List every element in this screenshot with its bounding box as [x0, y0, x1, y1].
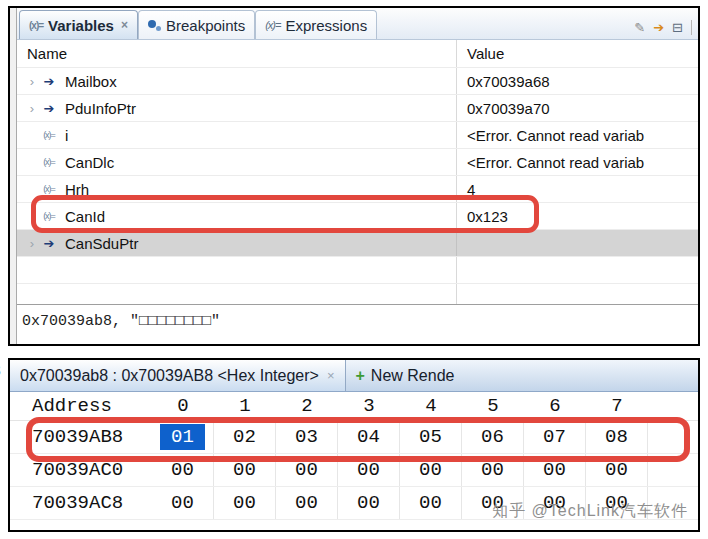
chevron-right-icon[interactable]: › — [25, 236, 39, 251]
column-header-0: 0 — [152, 392, 214, 420]
column-header-7: 7 — [586, 392, 648, 420]
variables-view-panel: (x)= Variables × Breakpoints (x)= Expres… — [8, 6, 700, 346]
tab-variables[interactable]: (x)= Variables × — [19, 10, 138, 39]
column-header-name[interactable]: Name — [17, 40, 457, 67]
variable-value: <Error. Cannot read variab — [457, 127, 698, 144]
tab-breakpoints-label: Breakpoints — [166, 17, 245, 34]
breakpoints-icon — [148, 19, 161, 32]
memory-row[interactable]: 70039AB8 01 02 03 04 05 06 07 08 — [10, 421, 698, 454]
scalar-variable-icon: (x)= — [39, 211, 59, 221]
memory-cell[interactable]: 00 — [152, 487, 214, 519]
memory-table-header: Address 0 1 2 3 4 5 6 7 — [10, 392, 698, 421]
memory-cell[interactable]: 00 — [214, 454, 276, 486]
memory-cell[interactable]: 00 — [338, 487, 400, 519]
column-header-value[interactable]: Value — [457, 45, 698, 62]
column-header-5: 5 — [462, 392, 524, 420]
memory-cell[interactable]: 00 — [400, 487, 462, 519]
variable-name: CanSduPtr — [65, 235, 138, 252]
chevron-right-icon[interactable]: › — [25, 74, 39, 89]
memory-cell[interactable]: 00 — [586, 454, 648, 486]
variable-value: 0x70039a68 — [457, 73, 698, 90]
table-row-i[interactable]: (x)= i <Error. Cannot read variab — [17, 121, 698, 148]
scalar-variable-icon: (x)= — [39, 130, 59, 140]
column-header-6: 6 — [524, 392, 586, 420]
memory-cell[interactable]: 00 — [152, 454, 214, 486]
memory-cell[interactable]: 00 — [276, 454, 338, 486]
pointer-icon: ➔ — [39, 236, 59, 251]
memory-address: 70039AC0 — [10, 459, 152, 481]
memory-cell[interactable]: 04 — [338, 421, 400, 453]
column-header-3: 3 — [338, 392, 400, 420]
close-icon[interactable]: × — [327, 368, 335, 383]
table-row-hrh[interactable]: (x)= Hrh 4 — [17, 175, 698, 202]
tab-memory-rendering[interactable]: 0x70039ab8 : 0x70039AB8 <Hex Integer> × — [10, 360, 346, 391]
panel-edge-strip — [10, 8, 17, 344]
show-type-names-icon[interactable]: ✎ — [634, 20, 645, 35]
variable-name: PduInfoPtr — [65, 100, 136, 117]
clipped-text-fragment: 8 — [0, 362, 8, 384]
variable-value: 0x123 — [457, 208, 698, 225]
column-header-1: 1 — [214, 392, 276, 420]
variable-value: 4 — [457, 181, 698, 198]
variable-name: Mailbox — [65, 73, 117, 90]
variable-value: <Error. Cannot read variab — [457, 154, 698, 171]
memory-cell-selected[interactable]: 01 — [160, 424, 205, 450]
table-row-mailbox[interactable]: › ➔ Mailbox 0x70039a68 — [17, 67, 698, 94]
variables-icon: (x)= — [29, 20, 43, 31]
memory-cell[interactable]: 03 — [276, 421, 338, 453]
memory-cell[interactable]: 06 — [462, 421, 524, 453]
pointer-icon: ➔ — [39, 101, 59, 116]
variable-name: Hrh — [65, 181, 89, 198]
column-header-2: 2 — [276, 392, 338, 420]
table-row-cansduptr[interactable]: › ➔ CanSduPtr — [17, 229, 698, 256]
variables-tab-bar: (x)= Variables × Breakpoints (x)= Expres… — [17, 8, 698, 40]
tab-new-renderings[interactable]: + New Rende — [346, 360, 465, 391]
memory-cell[interactable]: 00 — [524, 454, 586, 486]
chevron-right-icon[interactable]: › — [25, 101, 39, 116]
variables-table: Name Value › ➔ Mailbox 0x70039a68 › ➔ Pd… — [17, 40, 698, 344]
toolbar-separator — [691, 20, 692, 35]
memory-cell[interactable]: 05 — [400, 421, 462, 453]
scalar-variable-icon: (x)= — [39, 157, 59, 167]
new-renderings-label: New Rende — [371, 367, 455, 385]
memory-cell[interactable]: 00 — [462, 454, 524, 486]
column-header-4: 4 — [400, 392, 462, 420]
empty-row — [17, 283, 698, 304]
expressions-icon: (x)= — [265, 19, 280, 31]
variable-detail-pane[interactable]: 0x70039ab8, "□□□□□□□□" — [17, 304, 698, 337]
memory-view-panel: 0x70039ab8 : 0x70039AB8 <Hex Integer> × … — [8, 358, 700, 532]
close-icon[interactable]: × — [121, 18, 128, 32]
memory-row[interactable]: 70039AC0 00 00 00 00 00 00 00 00 — [10, 454, 698, 487]
memory-cell[interactable]: 00 — [400, 454, 462, 486]
memory-cell[interactable]: 00 — [338, 454, 400, 486]
table-row-pduinfoptr[interactable]: › ➔ PduInfoPtr 0x70039a70 — [17, 94, 698, 121]
pointer-icon: ➔ — [39, 74, 59, 89]
variable-name: i — [65, 127, 68, 144]
table-row-candlc[interactable]: (x)= CanDlc <Error. Cannot read variab — [17, 148, 698, 175]
tab-expressions-label: Expressions — [285, 17, 367, 34]
memory-cell[interactable]: 02 — [214, 421, 276, 453]
watermark-text: 知乎 @TechLink汽车软件 — [492, 501, 688, 522]
memory-address: 70039AC8 — [10, 492, 152, 514]
variable-name: CanId — [65, 208, 105, 225]
scalar-variable-icon: (x)= — [39, 184, 59, 194]
memory-cell[interactable]: 07 — [524, 421, 586, 453]
add-rendering-icon: + — [356, 367, 365, 385]
show-logical-structure-icon[interactable]: ➔ — [653, 20, 664, 35]
empty-row — [17, 256, 698, 283]
variables-table-header: Name Value — [17, 40, 698, 67]
tab-variables-label: Variables — [48, 17, 114, 34]
table-row-canid[interactable]: (x)= CanId 0x123 — [17, 202, 698, 229]
memory-address: 70039AB8 — [10, 426, 152, 448]
variable-name: CanDlc — [65, 154, 114, 171]
tab-expressions[interactable]: (x)= Expressions — [255, 10, 377, 39]
tab-breakpoints[interactable]: Breakpoints — [138, 10, 255, 39]
memory-cell[interactable]: 00 — [276, 487, 338, 519]
memory-tab-bar: 0x70039ab8 : 0x70039AB8 <Hex Integer> × … — [10, 360, 698, 392]
variable-value: 0x70039a70 — [457, 100, 698, 117]
collapse-all-icon[interactable]: ⊟ — [672, 20, 683, 35]
memory-cell[interactable]: 08 — [586, 421, 648, 453]
memory-tab-label: 0x70039ab8 : 0x70039AB8 <Hex Integer> — [20, 367, 319, 385]
memory-cell[interactable]: 00 — [214, 487, 276, 519]
variables-toolbar: ✎ ➔ ⊟ — [634, 20, 698, 39]
